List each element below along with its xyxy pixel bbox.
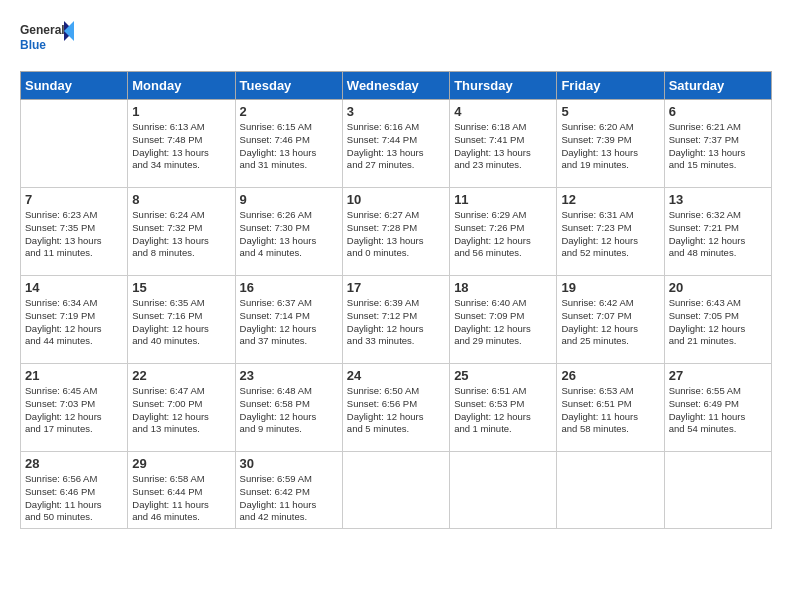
calendar-cell: 1Sunrise: 6:13 AM Sunset: 7:48 PM Daylig… [128, 100, 235, 188]
day-number: 13 [669, 192, 767, 207]
calendar-cell [450, 452, 557, 529]
day-number: 25 [454, 368, 552, 383]
day-number: 17 [347, 280, 445, 295]
day-number: 21 [25, 368, 123, 383]
calendar-cell: 24Sunrise: 6:50 AM Sunset: 6:56 PM Dayli… [342, 364, 449, 452]
calendar-cell: 5Sunrise: 6:20 AM Sunset: 7:39 PM Daylig… [557, 100, 664, 188]
calendar-cell: 17Sunrise: 6:39 AM Sunset: 7:12 PM Dayli… [342, 276, 449, 364]
header: General Blue [20, 16, 772, 61]
day-number: 16 [240, 280, 338, 295]
day-number: 18 [454, 280, 552, 295]
day-header-wednesday: Wednesday [342, 72, 449, 100]
calendar-cell: 27Sunrise: 6:55 AM Sunset: 6:49 PM Dayli… [664, 364, 771, 452]
calendar-cell: 18Sunrise: 6:40 AM Sunset: 7:09 PM Dayli… [450, 276, 557, 364]
logo: General Blue [20, 16, 75, 61]
cell-content: Sunrise: 6:59 AM Sunset: 6:42 PM Dayligh… [240, 473, 338, 524]
day-header-monday: Monday [128, 72, 235, 100]
day-number: 26 [561, 368, 659, 383]
calendar-week-row: 1Sunrise: 6:13 AM Sunset: 7:48 PM Daylig… [21, 100, 772, 188]
calendar-cell: 12Sunrise: 6:31 AM Sunset: 7:23 PM Dayli… [557, 188, 664, 276]
day-number: 19 [561, 280, 659, 295]
calendar-header-row: SundayMondayTuesdayWednesdayThursdayFrid… [21, 72, 772, 100]
day-header-friday: Friday [557, 72, 664, 100]
calendar-cell: 28Sunrise: 6:56 AM Sunset: 6:46 PM Dayli… [21, 452, 128, 529]
day-number: 15 [132, 280, 230, 295]
day-number: 22 [132, 368, 230, 383]
day-number: 4 [454, 104, 552, 119]
calendar-cell: 7Sunrise: 6:23 AM Sunset: 7:35 PM Daylig… [21, 188, 128, 276]
cell-content: Sunrise: 6:20 AM Sunset: 7:39 PM Dayligh… [561, 121, 659, 172]
logo-svg: General Blue [20, 16, 75, 61]
svg-text:General: General [20, 23, 65, 37]
calendar-cell: 25Sunrise: 6:51 AM Sunset: 6:53 PM Dayli… [450, 364, 557, 452]
calendar-cell: 14Sunrise: 6:34 AM Sunset: 7:19 PM Dayli… [21, 276, 128, 364]
cell-content: Sunrise: 6:21 AM Sunset: 7:37 PM Dayligh… [669, 121, 767, 172]
day-number: 1 [132, 104, 230, 119]
day-header-sunday: Sunday [21, 72, 128, 100]
calendar-cell: 6Sunrise: 6:21 AM Sunset: 7:37 PM Daylig… [664, 100, 771, 188]
calendar-cell: 16Sunrise: 6:37 AM Sunset: 7:14 PM Dayli… [235, 276, 342, 364]
calendar-week-row: 7Sunrise: 6:23 AM Sunset: 7:35 PM Daylig… [21, 188, 772, 276]
cell-content: Sunrise: 6:43 AM Sunset: 7:05 PM Dayligh… [669, 297, 767, 348]
calendar-cell: 23Sunrise: 6:48 AM Sunset: 6:58 PM Dayli… [235, 364, 342, 452]
cell-content: Sunrise: 6:39 AM Sunset: 7:12 PM Dayligh… [347, 297, 445, 348]
calendar-cell [21, 100, 128, 188]
cell-content: Sunrise: 6:15 AM Sunset: 7:46 PM Dayligh… [240, 121, 338, 172]
calendar-cell: 20Sunrise: 6:43 AM Sunset: 7:05 PM Dayli… [664, 276, 771, 364]
calendar-cell: 22Sunrise: 6:47 AM Sunset: 7:00 PM Dayli… [128, 364, 235, 452]
cell-content: Sunrise: 6:18 AM Sunset: 7:41 PM Dayligh… [454, 121, 552, 172]
day-number: 29 [132, 456, 230, 471]
day-number: 2 [240, 104, 338, 119]
calendar-week-row: 21Sunrise: 6:45 AM Sunset: 7:03 PM Dayli… [21, 364, 772, 452]
calendar-cell: 19Sunrise: 6:42 AM Sunset: 7:07 PM Dayli… [557, 276, 664, 364]
day-number: 11 [454, 192, 552, 207]
cell-content: Sunrise: 6:42 AM Sunset: 7:07 PM Dayligh… [561, 297, 659, 348]
cell-content: Sunrise: 6:58 AM Sunset: 6:44 PM Dayligh… [132, 473, 230, 524]
day-number: 10 [347, 192, 445, 207]
cell-content: Sunrise: 6:32 AM Sunset: 7:21 PM Dayligh… [669, 209, 767, 260]
day-number: 7 [25, 192, 123, 207]
calendar-cell: 26Sunrise: 6:53 AM Sunset: 6:51 PM Dayli… [557, 364, 664, 452]
calendar-cell: 21Sunrise: 6:45 AM Sunset: 7:03 PM Dayli… [21, 364, 128, 452]
cell-content: Sunrise: 6:55 AM Sunset: 6:49 PM Dayligh… [669, 385, 767, 436]
day-number: 5 [561, 104, 659, 119]
cell-content: Sunrise: 6:56 AM Sunset: 6:46 PM Dayligh… [25, 473, 123, 524]
cell-content: Sunrise: 6:26 AM Sunset: 7:30 PM Dayligh… [240, 209, 338, 260]
cell-content: Sunrise: 6:47 AM Sunset: 7:00 PM Dayligh… [132, 385, 230, 436]
calendar-week-row: 14Sunrise: 6:34 AM Sunset: 7:19 PM Dayli… [21, 276, 772, 364]
day-number: 6 [669, 104, 767, 119]
day-number: 23 [240, 368, 338, 383]
calendar-cell: 29Sunrise: 6:58 AM Sunset: 6:44 PM Dayli… [128, 452, 235, 529]
calendar-week-row: 28Sunrise: 6:56 AM Sunset: 6:46 PM Dayli… [21, 452, 772, 529]
cell-content: Sunrise: 6:35 AM Sunset: 7:16 PM Dayligh… [132, 297, 230, 348]
day-number: 24 [347, 368, 445, 383]
cell-content: Sunrise: 6:23 AM Sunset: 7:35 PM Dayligh… [25, 209, 123, 260]
cell-content: Sunrise: 6:24 AM Sunset: 7:32 PM Dayligh… [132, 209, 230, 260]
day-number: 30 [240, 456, 338, 471]
cell-content: Sunrise: 6:13 AM Sunset: 7:48 PM Dayligh… [132, 121, 230, 172]
calendar-cell: 4Sunrise: 6:18 AM Sunset: 7:41 PM Daylig… [450, 100, 557, 188]
day-number: 20 [669, 280, 767, 295]
calendar-cell: 30Sunrise: 6:59 AM Sunset: 6:42 PM Dayli… [235, 452, 342, 529]
cell-content: Sunrise: 6:16 AM Sunset: 7:44 PM Dayligh… [347, 121, 445, 172]
calendar-cell: 10Sunrise: 6:27 AM Sunset: 7:28 PM Dayli… [342, 188, 449, 276]
page-container: General Blue SundayMondayTuesdayWednesda… [0, 0, 792, 612]
day-number: 9 [240, 192, 338, 207]
cell-content: Sunrise: 6:34 AM Sunset: 7:19 PM Dayligh… [25, 297, 123, 348]
calendar-cell: 9Sunrise: 6:26 AM Sunset: 7:30 PM Daylig… [235, 188, 342, 276]
svg-text:Blue: Blue [20, 38, 46, 52]
cell-content: Sunrise: 6:31 AM Sunset: 7:23 PM Dayligh… [561, 209, 659, 260]
calendar-cell: 15Sunrise: 6:35 AM Sunset: 7:16 PM Dayli… [128, 276, 235, 364]
calendar-cell: 3Sunrise: 6:16 AM Sunset: 7:44 PM Daylig… [342, 100, 449, 188]
cell-content: Sunrise: 6:45 AM Sunset: 7:03 PM Dayligh… [25, 385, 123, 436]
cell-content: Sunrise: 6:29 AM Sunset: 7:26 PM Dayligh… [454, 209, 552, 260]
cell-content: Sunrise: 6:27 AM Sunset: 7:28 PM Dayligh… [347, 209, 445, 260]
calendar-cell: 13Sunrise: 6:32 AM Sunset: 7:21 PM Dayli… [664, 188, 771, 276]
cell-content: Sunrise: 6:48 AM Sunset: 6:58 PM Dayligh… [240, 385, 338, 436]
cell-content: Sunrise: 6:51 AM Sunset: 6:53 PM Dayligh… [454, 385, 552, 436]
cell-content: Sunrise: 6:40 AM Sunset: 7:09 PM Dayligh… [454, 297, 552, 348]
day-header-thursday: Thursday [450, 72, 557, 100]
cell-content: Sunrise: 6:53 AM Sunset: 6:51 PM Dayligh… [561, 385, 659, 436]
day-number: 28 [25, 456, 123, 471]
calendar-cell [342, 452, 449, 529]
